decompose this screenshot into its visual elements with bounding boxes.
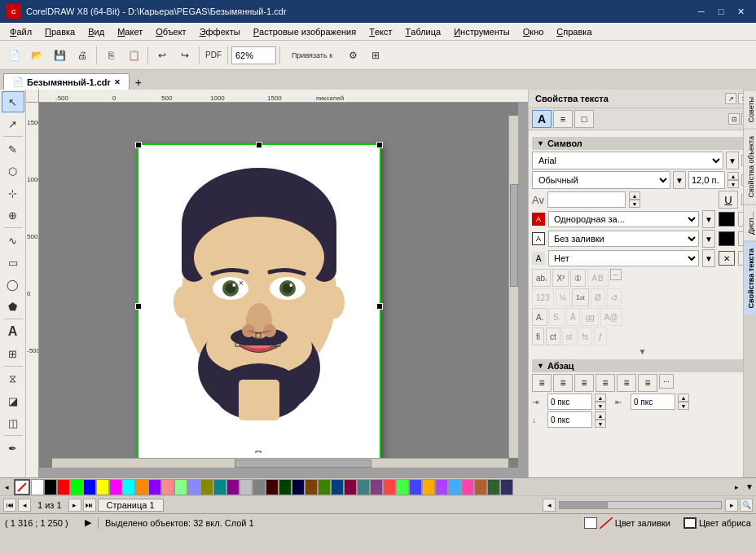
new-button[interactable]: 📄 [3,45,24,66]
window-controls[interactable]: ─ □ ✕ [692,4,749,19]
format-a-comma[interactable]: A, [532,308,547,326]
size-up-button[interactable]: ▲ [727,172,739,180]
tab-character[interactable]: A [532,110,552,128]
palette-color-swatch[interactable] [266,479,279,495]
format-more-btn[interactable]: ··· [610,269,622,280]
underline-button[interactable]: U [719,191,738,209]
page-scroll-thumb[interactable] [560,502,608,508]
no-select[interactable]: Нет [548,250,699,266]
palette-color-swatch[interactable] [487,479,500,495]
format-fi[interactable]: fi [532,328,544,345]
tool-eyedropper[interactable]: ✒ [2,437,24,459]
char-up-button[interactable]: ▲ [629,191,640,200]
paragraph-section-header[interactable]: ▼ Абзац [532,359,753,372]
font-size-input[interactable]: 12,0 п. [688,171,725,189]
page-next-button[interactable]: ▸ [68,499,81,512]
tool-polygon[interactable]: ⬟ [2,296,24,317]
tool-smartfill[interactable]: ⬡ [2,160,24,182]
no-dropdown[interactable]: ▼ [702,249,715,267]
spacing-left-down[interactable]: ▼ [595,402,606,410]
import-button[interactable]: PDF [203,45,224,66]
copy-button[interactable]: ⎘ [100,45,121,66]
document-tab-active[interactable]: 📄 Безымянный-1.cdr ✕ [3,73,130,90]
tab-properties[interactable]: Свойства объекта [744,129,756,204]
fill-type-dropdown[interactable]: ▼ [702,210,715,228]
spacing-bottom-input[interactable] [547,411,592,428]
tab-советы[interactable]: Советы [744,90,756,129]
font-dropdown-button[interactable]: ▼ [726,152,739,169]
outline-dropdown[interactable]: ▼ [702,230,715,248]
format-superscript[interactable]: X² [552,269,569,287]
palette-scroll-right[interactable]: ▸ [730,478,743,496]
palette-color-swatch[interactable] [70,479,83,495]
settings-button[interactable]: ⚙ [342,45,363,66]
minimize-button[interactable]: ─ [692,4,710,19]
snap-button[interactable]: Привязать к [284,45,341,66]
palette-color-swatch[interactable] [200,479,213,495]
palette-color-swatch[interactable] [357,479,370,495]
palette-color-swatch[interactable] [461,479,474,495]
outline-type-select[interactable]: Без заливки [548,231,699,247]
palette-color-swatch[interactable] [226,479,240,495]
paste-button[interactable]: 📋 [123,45,144,66]
tool-rectangle[interactable]: ▭ [2,252,24,273]
format-fraction[interactable]: ¼ [556,288,570,306]
tab-text-props[interactable]: Свойства текста [744,241,756,315]
format-caps[interactable]: AB [587,269,608,287]
palette-color-swatch[interactable] [57,479,70,495]
palette-color-swatch[interactable] [148,479,161,495]
open-button[interactable]: 📂 [26,45,47,66]
align-left[interactable]: ≡ [532,374,552,392]
tab-paragraph[interactable]: ≡ [553,110,573,128]
palette-color-swatch[interactable] [409,479,422,495]
tool-subselect[interactable]: ↗ [2,113,24,134]
palette-color-swatch[interactable] [331,479,344,495]
save-button[interactable]: 💾 [49,45,70,66]
align-justify-last[interactable]: ≡ [617,374,636,392]
tool-transparency[interactable]: ◫ [2,412,24,433]
format-123[interactable]: 123 [532,288,554,306]
spacing-bottom-down[interactable]: ▼ [595,420,606,428]
redo-button[interactable]: ↪ [174,45,196,66]
char-down-button[interactable]: ▼ [629,200,640,208]
scroll-left-btn[interactable]: ◂ [543,499,556,512]
palette-color-swatch[interactable] [500,479,513,495]
tool-zoom[interactable]: ⊕ [2,204,24,226]
outline-color-swatch[interactable] [719,231,735,246]
palette-color-swatch[interactable] [292,479,305,495]
symbol-section-header[interactable]: ▼ Символ [532,137,753,150]
align-force[interactable]: ≡ [638,374,657,392]
scrollbar-vertical[interactable] [508,116,518,458]
more-button[interactable]: ⊞ [365,45,386,66]
palette-color-swatch[interactable] [318,479,331,495]
font-style-dropdown-button[interactable]: ▼ [673,171,686,189]
palette-color-swatch[interactable] [213,479,226,495]
scrollbar-horizontal[interactable] [52,458,508,468]
spacing-left-up[interactable]: ▲ [595,394,606,402]
page-first-button[interactable]: ⏮ [3,499,16,512]
format-s[interactable]: S, [549,308,565,326]
palette-end-button[interactable]: ▼ [743,478,756,496]
font-family-select[interactable]: Arial [532,152,723,169]
palette-color-swatch[interactable] [240,479,253,495]
palette-color-swatch[interactable] [174,479,187,495]
menu-view[interactable]: Вид [81,24,111,40]
spacing-left-input[interactable] [547,394,592,410]
palette-color-swatch[interactable] [344,479,357,495]
align-justify[interactable]: ≡ [596,374,615,392]
palette-color-swatch[interactable] [422,479,435,495]
tab-frame[interactable]: □ [574,110,594,128]
scroll-right-btn[interactable]: ▸ [725,499,738,512]
size-down-button[interactable]: ▼ [727,180,739,188]
menu-help[interactable]: Справка [550,24,598,40]
menu-layout[interactable]: Макет [111,24,149,40]
tool-freehand[interactable]: ✎ [2,138,24,160]
panel-options[interactable]: ⊡ [728,113,740,125]
align-right[interactable]: ≡ [574,374,594,392]
new-tab-button[interactable]: + [131,75,146,90]
tool-crop[interactable]: ⊹ [2,182,24,204]
tab-disp[interactable]: Дисп... [744,204,756,241]
palette-color-swatch[interactable] [383,479,396,495]
menu-file[interactable]: Файл [3,24,38,40]
spacing-right-down[interactable]: ▼ [678,402,689,410]
